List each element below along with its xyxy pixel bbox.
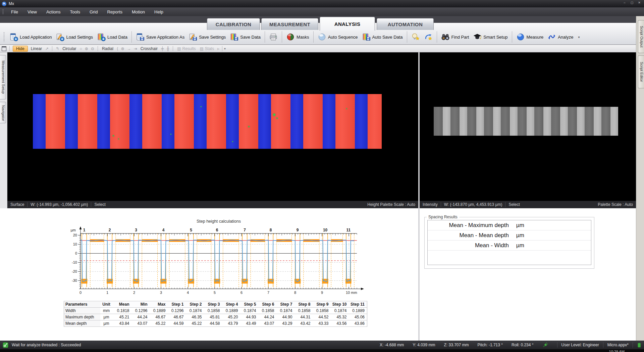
value-cell: 44.24	[259, 314, 277, 320]
toolbar-grip-handle[interactable]	[3, 32, 5, 42]
radial-center-icon[interactable]: ⊛	[121, 46, 125, 51]
circle-add-icon[interactable]: ⊕	[85, 46, 89, 51]
spacing-result-row: Mean - Widthµm	[428, 240, 591, 251]
circle-slice-icon[interactable]: ○	[79, 46, 83, 51]
column-header: Step 2	[186, 301, 204, 308]
dock-tab-script-output[interactable]: Script Output	[638, 20, 644, 53]
load-application-button[interactable]: Load Application	[7, 32, 54, 42]
crosshair-v-icon[interactable]: ╫	[166, 46, 170, 51]
debris-speckle	[273, 114, 275, 116]
linear-slice-icon[interactable]: ↗	[45, 46, 49, 51]
radial-line-icon[interactable]: →	[127, 46, 131, 51]
circle-remove-icon[interactable]: ⊖	[91, 46, 95, 51]
document-save-icon	[136, 33, 145, 41]
unit-cell: µm	[100, 314, 114, 320]
tab-automation[interactable]: AUTOMATION	[377, 18, 434, 30]
column-header: Step 6	[259, 301, 277, 308]
auto-tools-button[interactable]	[422, 32, 435, 42]
minimize-button[interactable]: –	[621, 0, 628, 5]
radial-start-icon[interactable]: ⟨	[116, 46, 119, 51]
save-data-button[interactable]: Save Data	[228, 32, 263, 42]
intensity-view[interactable]	[420, 52, 636, 201]
find-part-button[interactable]: Find Part	[439, 32, 471, 42]
table-header-row: ParametersUnitMeanMinMaxStep 1Step 2Step…	[64, 301, 367, 308]
save-settings-button[interactable]: Save Settings	[186, 32, 228, 42]
spacing-results-table: Mean - Maximum depthµmMean - Mean depthµ…	[427, 220, 591, 265]
menu-reports[interactable]: Reports	[102, 7, 127, 16]
linear-tool-button[interactable]: Linear	[30, 46, 43, 51]
measure-button[interactable]: Measure	[514, 32, 546, 42]
profile-toolbar-dropdown[interactable]: ▾	[222, 46, 227, 51]
menu-grip-handle[interactable]	[2, 9, 4, 15]
auto-save-data-button[interactable]: Auto Save Data	[360, 32, 405, 42]
dock-tab-navigator[interactable]: Navigator	[0, 102, 6, 123]
light-tools-button[interactable]	[409, 32, 422, 42]
menu-motion[interactable]: Motion	[127, 7, 150, 16]
maximize-button[interactable]: ▢	[628, 0, 636, 5]
close-button[interactable]: ✕	[636, 0, 643, 5]
menu-view[interactable]: View	[23, 7, 42, 16]
svg-text:10: 10	[323, 228, 328, 232]
value-cell: 43.33	[313, 320, 331, 327]
svg-text:Step height calculations: Step height calculations	[197, 219, 241, 224]
menu-actions[interactable]: Actions	[42, 7, 65, 16]
value-cell: 0.1874	[277, 308, 295, 314]
find-part-label: Find Part	[451, 35, 469, 40]
circular-tool-button[interactable]: Circular	[61, 46, 77, 51]
load-application-label: Load Application	[20, 35, 52, 40]
svg-text:µm: µm	[70, 228, 76, 232]
dock-tab-measurement-setup[interactable]: Measurement Setup	[0, 55, 6, 99]
intensity-map-image[interactable]	[434, 107, 618, 136]
toolbar-separator	[131, 31, 132, 43]
value-cell: 45.22	[186, 320, 204, 327]
svg-text:5: 5	[190, 228, 192, 232]
load-data-button[interactable]: Load Data	[95, 32, 129, 42]
svg-text:-10: -10	[72, 260, 77, 264]
tab-measurement[interactable]: MEASUREMENT	[261, 18, 318, 30]
svg-text:10 mm: 10 mm	[346, 291, 357, 295]
value-cell: 0.1889	[150, 308, 168, 314]
value-cell: 43.84	[114, 320, 132, 327]
data-load-icon	[97, 33, 106, 41]
crosshair-tool-button[interactable]: Crosshair	[140, 46, 159, 51]
value-cell: 0.1889	[349, 308, 367, 314]
stage-z-readout: Z: 33.707 mm	[444, 343, 469, 347]
expand-icon[interactable]: ▹	[217, 46, 220, 51]
column-header: Step 9	[313, 301, 331, 308]
undo-slice-icon[interactable]: ↰	[55, 46, 59, 51]
value-cell: 43.07	[132, 320, 150, 327]
column-header: Step 5	[240, 301, 259, 308]
value-cell: 45.22	[150, 320, 168, 327]
menu-grid[interactable]: Grid	[85, 7, 103, 16]
print-button[interactable]	[267, 32, 280, 42]
auto-sequence-button[interactable]: Auto Sequence	[316, 32, 360, 42]
load-settings-button[interactable]: Load Settings	[54, 32, 95, 42]
toolbar-overflow-button[interactable]: ▾	[578, 35, 580, 39]
value-cell: 45.81	[204, 314, 222, 320]
smart-setup-button[interactable]: Smart Setup	[471, 32, 509, 42]
app-logo-icon	[2, 1, 7, 6]
menu-help[interactable]: Help	[150, 7, 168, 16]
tab-calibration[interactable]: CALIBRATION	[207, 18, 260, 30]
measure-sphere-icon	[516, 33, 525, 41]
menu-tools[interactable]: Tools	[65, 7, 85, 16]
svg-text:-30: -30	[72, 278, 77, 282]
spacing-results-title: Spacing Results	[427, 215, 459, 219]
save-application-as-button[interactable]: Save Application As	[134, 32, 186, 42]
menu-file[interactable]: File	[6, 7, 23, 16]
surface-view[interactable]	[7, 52, 418, 201]
save-application-as-label: Save Application As	[146, 35, 184, 40]
analyze-button[interactable]: Analyze	[545, 32, 575, 42]
value-cell: 43.86	[349, 320, 367, 327]
value-cell: 43.07	[259, 320, 277, 327]
radial-tool-button[interactable]: Radial	[101, 46, 114, 51]
hide-button[interactable]: Hide	[13, 46, 28, 52]
masks-button[interactable]: Masks	[284, 32, 311, 42]
surface-map-image[interactable]	[33, 94, 382, 149]
value-cell: 0.1296	[132, 308, 150, 314]
dock-tab-script-editor[interactable]: Script Editor	[638, 55, 644, 88]
crosshair-h-icon[interactable]: ╪	[161, 46, 164, 51]
tab-analysis[interactable]: ANALYSIS	[320, 17, 375, 31]
radial-extend-icon[interactable]: ⇥	[133, 46, 138, 51]
svg-text:9: 9	[297, 228, 299, 232]
